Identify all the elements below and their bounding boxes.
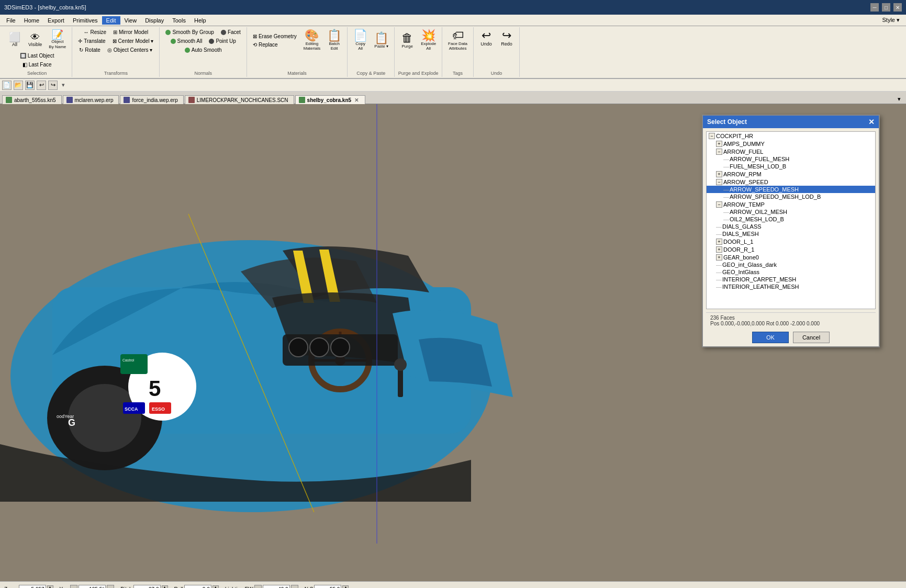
resize-button[interactable]: ↔ Resize xyxy=(81,28,109,36)
tree-item-13[interactable]: — DIALS_MESH xyxy=(707,230,875,238)
visible-button[interactable]: 👁 Visible xyxy=(26,31,44,49)
dialog-cancel-btn[interactable]: Cancel xyxy=(793,332,830,343)
ns-input[interactable] xyxy=(314,585,341,588)
tree-item-10[interactable]: — ARROW_OIL2_MESH xyxy=(707,208,875,216)
tree-item-7[interactable]: — ARROW_SPEEDO_MESH xyxy=(707,186,875,193)
tree-toggle-0[interactable]: − xyxy=(709,133,715,139)
tree-item-16[interactable]: + GEAR_bone0 xyxy=(707,253,875,261)
roll-up-btn[interactable]: ▲ xyxy=(212,585,219,588)
smooth-all-button[interactable]: Smooth All xyxy=(168,37,205,45)
face-data-attributes-button[interactable]: 🏷 Face DataAttributes xyxy=(445,28,470,52)
point-up-button[interactable]: Point Up xyxy=(206,37,238,45)
smooth-by-group-button[interactable]: Smooth By Group xyxy=(163,28,216,36)
lighting-right-btn[interactable]: ► xyxy=(291,585,298,588)
menu-edit[interactable]: Edit xyxy=(102,16,120,25)
facet-button[interactable]: Facet xyxy=(218,28,243,36)
tree-toggle-15[interactable]: + xyxy=(716,246,722,253)
replace-button[interactable]: ⟲ Replace xyxy=(250,41,299,49)
roll-input[interactable] xyxy=(184,585,211,588)
tree-item-3[interactable]: — ARROW_FUEL_MESH xyxy=(707,155,875,163)
lighting-left-btn[interactable]: ◄ xyxy=(254,585,262,588)
tree-item-8[interactable]: — ARROW_SPEEDO_MESH_LOD_B xyxy=(707,193,875,200)
last-face-button[interactable]: ◧ Last Face xyxy=(20,61,54,69)
tree-item-5[interactable]: + ARROW_RPM xyxy=(707,170,875,178)
center-model-button[interactable]: ⊠ Center Model ▾ xyxy=(110,37,156,45)
paste-button[interactable]: 📋 Paste ▾ xyxy=(372,31,391,50)
minimize-btn[interactable]: ─ xyxy=(870,3,879,12)
pitch-input[interactable] xyxy=(133,585,161,588)
yaw-input[interactable] xyxy=(79,585,106,588)
purge-button[interactable]: 🗑 Purge xyxy=(398,31,417,50)
tree-item-0[interactable]: − COCKPIT_HR xyxy=(707,132,875,140)
tree-item-15[interactable]: + DOOR_R_1 xyxy=(707,245,875,253)
zoom-input[interactable] xyxy=(19,585,46,588)
tree-item-9[interactable]: − ARROW_TEMP xyxy=(707,200,875,208)
qa-undo[interactable]: ↩ xyxy=(37,81,46,90)
maximize-btn[interactable]: □ xyxy=(882,3,890,12)
explode-all-button[interactable]: 💥 ExplodeAll xyxy=(418,28,439,52)
tab-force-india[interactable]: force_india.wep.erp xyxy=(120,95,183,104)
pitch-up-btn[interactable]: ▲ xyxy=(162,585,168,588)
copy-all-button[interactable]: 📄 CopyAll xyxy=(351,28,370,52)
qa-open[interactable]: 📂 xyxy=(14,81,23,90)
tree-item-12[interactable]: — DIALS_GLASS xyxy=(707,223,875,230)
tab-abarth[interactable]: abarth_595ss.kn5 xyxy=(2,95,62,104)
qa-new[interactable]: 📄 xyxy=(2,81,12,90)
menu-tools[interactable]: Tools xyxy=(168,16,190,25)
tree-toggle-2[interactable]: − xyxy=(716,149,722,155)
redo-button[interactable]: ↪ Redo xyxy=(497,28,516,48)
tree-item-11[interactable]: — OIL2_MESH_LOD_B xyxy=(707,216,875,223)
menu-primitives[interactable]: Primitives xyxy=(69,16,102,25)
dialog-close-btn[interactable]: ✕ xyxy=(868,118,875,126)
tree-item-17[interactable]: — GEO_int_Glass_dark xyxy=(707,261,875,268)
tree-item-4[interactable]: — FUEL_MESH_LOD_B xyxy=(707,163,875,170)
close-btn[interactable]: ✕ xyxy=(893,3,902,12)
menu-file[interactable]: File xyxy=(2,16,20,25)
menu-home[interactable]: Home xyxy=(20,16,43,25)
translate-button[interactable]: ✛ Translate xyxy=(75,37,108,45)
menu-view[interactable]: View xyxy=(120,16,141,25)
tree-item-1[interactable]: + AMPS_DUMMY xyxy=(707,140,875,148)
qa-save[interactable]: 💾 xyxy=(25,81,35,90)
tree-toggle-9[interactable]: − xyxy=(716,201,722,208)
viewport[interactable]: G oodYear 5 Castrol ESSO SCCA xyxy=(0,104,906,581)
menu-help[interactable]: Help xyxy=(190,16,210,25)
undo-button[interactable]: ↩ Undo xyxy=(477,28,496,48)
yaw-left-btn[interactable]: ◄ xyxy=(70,585,77,588)
tabs-overflow-btn[interactable]: ▾ xyxy=(894,95,904,104)
rotate-button[interactable]: ↻ Rotate xyxy=(76,46,103,54)
style-button[interactable]: Style ▾ xyxy=(878,16,904,25)
all-button[interactable]: ⬜ All xyxy=(5,31,24,49)
tree-item-18[interactable]: — GEO_IntGlass xyxy=(707,268,875,276)
menu-display[interactable]: Display xyxy=(141,16,168,25)
tree-toggle-14[interactable]: + xyxy=(716,239,722,245)
menu-export[interactable]: Export xyxy=(43,16,69,25)
object-centers-button[interactable]: ◎ Object Centers ▾ xyxy=(105,46,155,54)
tree-item-19[interactable]: — INTERIOR_CARPET_MESH xyxy=(707,276,875,283)
tree-item-14[interactable]: + DOOR_L_1 xyxy=(707,238,875,245)
tree-toggle-6[interactable]: − xyxy=(716,179,722,185)
dialog-ok-btn[interactable]: OK xyxy=(752,332,789,343)
ns-up-btn[interactable]: ▲ xyxy=(342,585,349,588)
qa-redo[interactable]: ↪ xyxy=(48,81,58,90)
auto-smooth-button[interactable]: Auto Smooth xyxy=(182,46,225,54)
batch-edit-button[interactable]: 📋 BatchEdit xyxy=(325,28,344,52)
tab-shelby[interactable]: shelby_cobra.kn5 ✕ xyxy=(295,95,365,104)
tree-item-2[interactable]: − ARROW_FUEL xyxy=(707,148,875,155)
tab-limerockpark[interactable]: LIMEROCKPARK_NOCHICANES.SCN xyxy=(185,95,294,104)
mirror-model-button[interactable]: ⊞ Mirror Model xyxy=(110,28,151,36)
object-tree[interactable]: − COCKPIT_HR+ AMPS_DUMMY− ARROW_FUEL— AR… xyxy=(706,131,876,309)
yaw-right-btn[interactable]: ► xyxy=(107,585,114,588)
tree-toggle-1[interactable]: + xyxy=(716,141,722,147)
tab-shelby-close[interactable]: ✕ xyxy=(353,97,360,103)
window-controls[interactable]: ─ □ ✕ xyxy=(870,3,902,12)
tree-item-6[interactable]: − ARROW_SPEED xyxy=(707,178,875,186)
zoom-up-btn[interactable]: ▲ xyxy=(47,585,53,588)
editing-materials-button[interactable]: 🎨 EditingMaterials xyxy=(301,28,323,52)
tab-mclaren[interactable]: mclaren.wep.erp xyxy=(63,95,119,104)
object-by-name-button[interactable]: 📝 ObjectBy Name xyxy=(46,28,69,51)
tree-toggle-16[interactable]: + xyxy=(716,254,722,261)
tree-item-20[interactable]: — INTERIOR_LEATHER_MESH xyxy=(707,283,875,290)
erase-geometry-button[interactable]: ⊠ Erase Geometry xyxy=(250,32,299,40)
last-object-button[interactable]: 🔲 Last Object xyxy=(17,52,57,60)
